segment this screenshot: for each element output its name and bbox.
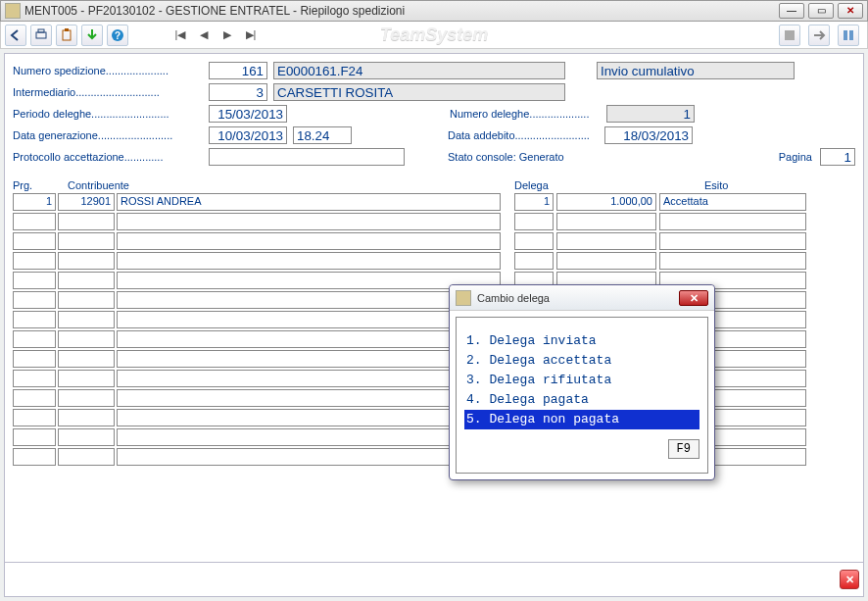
table-row[interactable] <box>13 350 855 368</box>
svg-point-4 <box>112 29 123 41</box>
status-close-icon[interactable]: ✕ <box>840 570 859 589</box>
dialog-close-button[interactable]: ✕ <box>679 290 708 306</box>
prev-icon[interactable]: ◀ <box>195 26 213 44</box>
table-row[interactable] <box>13 232 855 250</box>
dialog-option[interactable]: 1. Delega inviata <box>464 331 699 351</box>
data-addebito-input[interactable] <box>604 126 693 144</box>
numero-deleghe-field <box>606 105 695 123</box>
intermediario-label: Intermediario...........................… <box>13 86 209 98</box>
back-icon[interactable] <box>5 25 26 46</box>
clipboard-icon[interactable] <box>56 25 77 46</box>
cell-name <box>117 311 501 328</box>
cell-code <box>58 232 115 250</box>
table-row[interactable] <box>13 291 855 309</box>
cell-prg <box>13 291 56 309</box>
tool-right-3-icon[interactable] <box>838 25 859 46</box>
cell-prg <box>13 272 56 289</box>
print-icon[interactable] <box>30 25 52 46</box>
cell-name <box>117 409 501 426</box>
periodo-deleghe-label: Periodo deleghe.........................… <box>13 108 209 120</box>
cell-code <box>58 389 115 407</box>
maximize-button[interactable]: ▭ <box>808 3 834 19</box>
main-content: Numero spedizione..................... I… <box>4 53 864 573</box>
cell-prg <box>13 428 56 446</box>
ora-generazione-input[interactable] <box>293 126 352 144</box>
minimize-button[interactable]: — <box>779 3 804 19</box>
data-generazione-input[interactable] <box>209 126 287 144</box>
cell-prg <box>13 232 56 250</box>
last-icon[interactable]: ▶| <box>242 26 260 44</box>
pagina-label: Pagina <box>779 151 812 163</box>
cell-delega <box>514 232 554 250</box>
cell-code <box>58 272 115 289</box>
dialog-option[interactable]: 3. Delega rifiutata <box>464 371 699 390</box>
close-button[interactable]: ✕ <box>838 3 863 19</box>
cell-prg <box>13 350 56 368</box>
nav-group: |◀ ◀ ▶ ▶| <box>171 26 260 44</box>
table-row[interactable] <box>13 213 855 230</box>
table-row[interactable] <box>13 428 855 446</box>
cell-prg <box>13 311 56 328</box>
table-row[interactable] <box>13 311 855 328</box>
cell-name <box>117 389 501 407</box>
status-bar: ✕ <box>4 562 864 597</box>
cell-code <box>58 252 115 270</box>
table-row[interactable] <box>13 252 855 270</box>
intermediario-nome-field <box>273 83 565 101</box>
next-icon[interactable]: ▶ <box>218 26 236 44</box>
cell-delega <box>514 213 554 230</box>
table-row[interactable] <box>13 330 855 348</box>
dialog-option[interactable]: 2. Delega accettata <box>464 351 699 371</box>
title-bar: MENT005 - PF20130102 - GESTIONE ENTRATEL… <box>0 0 868 22</box>
cell-esito: Accettata <box>659 193 806 211</box>
cell-name <box>117 448 501 466</box>
cell-amount <box>556 213 656 230</box>
brand-logo: TeamSystem <box>380 25 488 45</box>
intermediario-code-input[interactable] <box>209 83 267 101</box>
svg-rect-2 <box>63 30 71 40</box>
file-code-field <box>273 62 565 79</box>
cell-code <box>58 330 115 348</box>
cell-delega: 1 <box>514 193 554 211</box>
table-row[interactable] <box>13 370 855 387</box>
data-generazione-label: Data generazione........................… <box>13 129 209 141</box>
dialog-icon <box>456 290 471 306</box>
periodo-deleghe-input[interactable] <box>209 105 287 123</box>
cell-name <box>117 232 501 250</box>
cell-name <box>117 370 501 387</box>
cell-amount <box>556 252 656 270</box>
protocollo-input[interactable] <box>209 148 405 166</box>
cell-code <box>58 428 115 446</box>
cell-prg: 1 <box>13 193 56 211</box>
numero-spedizione-input[interactable] <box>209 62 267 79</box>
dialog-title: Cambio delega <box>477 292 679 304</box>
help-icon[interactable]: ? <box>107 25 128 46</box>
col-contribuente: Contribuente <box>68 179 459 191</box>
cambio-delega-dialog: Cambio delega ✕ 1. Delega inviata2. Dele… <box>449 284 715 480</box>
table-row[interactable] <box>13 272 855 289</box>
table-row[interactable] <box>13 409 855 426</box>
tool-right-2-icon[interactable] <box>808 25 830 46</box>
app-icon <box>5 3 21 19</box>
cell-prg <box>13 448 56 466</box>
download-icon[interactable] <box>81 25 103 46</box>
cell-name: ROSSI ANDREA <box>117 193 501 211</box>
tool-right-1-icon[interactable] <box>779 25 800 46</box>
cell-prg <box>13 409 56 426</box>
svg-rect-1 <box>38 29 44 32</box>
table-row[interactable] <box>13 389 855 407</box>
dialog-option[interactable]: 5. Delega non pagata <box>464 410 699 429</box>
dialog-option[interactable]: 4. Delega pagata <box>464 390 699 410</box>
col-delega: Delega <box>514 179 593 191</box>
pagina-input[interactable] <box>820 148 855 166</box>
table-row[interactable] <box>13 448 855 466</box>
first-icon[interactable]: |◀ <box>171 26 189 44</box>
cell-code <box>58 448 115 466</box>
f9-button[interactable]: F9 <box>668 439 699 459</box>
table-row[interactable]: 112901ROSSI ANDREA11.000,00Accettata <box>13 193 855 211</box>
cell-delega <box>514 252 554 270</box>
stato-console-label: Stato console: Generato <box>448 151 564 163</box>
col-amount <box>603 179 681 191</box>
cell-esito <box>659 213 806 230</box>
cell-prg <box>13 370 56 387</box>
